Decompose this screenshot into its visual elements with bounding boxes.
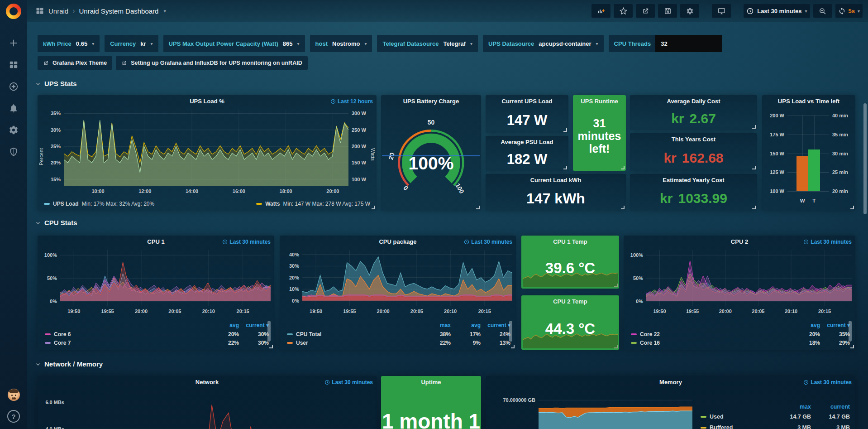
panel-title[interactable]: Current Load kWh <box>486 174 626 186</box>
legend-series-name[interactable]: Used <box>701 414 772 420</box>
link-grafana-plex-theme[interactable]: Grafana Plex Theme <box>38 56 112 70</box>
panel-title[interactable]: Average PSU Load <box>486 136 568 148</box>
legend-series-name[interactable]: Core 16 <box>631 340 790 346</box>
section-cpu-stats[interactable]: CPU Stats <box>35 219 77 227</box>
panel-title[interactable]: UPS Runtime <box>573 95 626 107</box>
legend-column[interactable]: avg <box>790 322 820 328</box>
plot-area[interactable] <box>64 110 348 186</box>
star-button[interactable] <box>614 4 633 18</box>
legend-series-name[interactable]: CPU Total <box>287 331 421 337</box>
section-network-memory[interactable]: Network / Memory <box>35 360 103 368</box>
dashboard-title[interactable]: Unraid System Dashboard <box>79 7 159 15</box>
legend-column[interactable]: max <box>421 322 451 328</box>
axis-tick: 150 W <box>770 151 784 156</box>
legend-scrollbar[interactable] <box>267 321 271 342</box>
legend-series-name[interactable]: Buffered <box>701 424 772 429</box>
axis-tick: 20:10 <box>444 308 457 314</box>
bar-T[interactable] <box>808 149 820 191</box>
legend-column[interactable]: current ▾ <box>481 322 510 328</box>
panel-title[interactable]: CPU 2 Temp <box>521 295 619 308</box>
plot-area[interactable] <box>539 390 692 429</box>
variable-kwh-price[interactable]: kWh Price0.65▾ <box>38 35 100 52</box>
plot-area[interactable] <box>67 390 373 429</box>
explore-compass-icon[interactable] <box>9 82 19 92</box>
panel-title[interactable]: Current UPS Load <box>486 95 568 107</box>
tv-mode-button[interactable] <box>712 4 731 18</box>
stat-number: 2.67 <box>689 111 715 126</box>
user-avatar[interactable] <box>8 389 20 401</box>
stat-value: 44.3 °C <box>521 308 619 350</box>
plot-area[interactable]: WT <box>787 111 829 195</box>
time-range-picker[interactable]: Last 30 minutes ▾ <box>744 4 810 18</box>
dashboards-icon[interactable] <box>9 60 19 70</box>
page-scrollbar[interactable] <box>863 103 867 214</box>
dashboard-settings-button[interactable] <box>680 4 699 18</box>
bar-W[interactable] <box>796 156 808 191</box>
variable-host[interactable]: hostNostromo▾ <box>310 35 372 52</box>
dashboard-grid-icon[interactable] <box>35 6 44 15</box>
axis-tick: 20% <box>51 160 61 165</box>
legend-value: 29% <box>820 340 850 346</box>
legend-column[interactable]: current <box>811 404 850 410</box>
legend-series-name[interactable]: UPS Load <box>53 201 79 207</box>
legend-swatch <box>256 203 262 205</box>
panel-title[interactable]: UPS Battery Charge <box>381 95 481 107</box>
legend-series-name[interactable]: Core 6 <box>45 331 209 337</box>
share-button[interactable] <box>636 4 655 18</box>
variable-ups-max-output[interactable]: UPS Max Output Power Capacity (Watt)865▾ <box>163 35 305 52</box>
refresh-picker[interactable]: 5s ▾ <box>835 4 863 18</box>
legend-column[interactable]: avg <box>451 322 481 328</box>
help-icon[interactable]: ? <box>7 410 20 423</box>
panel-title[interactable]: Estimated Yearly Cost <box>630 174 757 186</box>
chevron-down-icon[interactable]: ▾ <box>163 8 166 14</box>
panel-title[interactable]: This Years Cost <box>630 133 757 145</box>
svg-text:50: 50 <box>428 119 435 126</box>
panel-title[interactable]: UPS Load vs Time left <box>762 95 855 107</box>
configuration-gear-icon[interactable] <box>9 125 19 135</box>
legend-series-name[interactable]: User <box>287 340 421 346</box>
admin-shield-icon[interactable] <box>9 147 19 157</box>
legend-column[interactable]: current ▾ <box>239 322 269 328</box>
variable-telegraf-datasource[interactable]: Telegraf DatasourceTelegraf▾ <box>377 35 478 52</box>
zoom-out-button[interactable] <box>813 4 832 18</box>
panel-title[interactable]: UPS Load % <box>38 95 377 107</box>
plot-area[interactable] <box>646 250 852 306</box>
section-ups-stats[interactable]: UPS Stats <box>35 80 77 87</box>
axis-tick: 25 min <box>832 169 848 175</box>
legend-series-name[interactable]: Watts <box>265 201 280 207</box>
axis-tick: 19:55 <box>101 308 114 314</box>
x-axis: 19:5019:5520:0020:0520:1020:15 <box>646 306 852 315</box>
axis-tick: 300 W <box>352 111 366 116</box>
axis-tick: 200 W <box>352 144 366 149</box>
alerting-bell-icon[interactable] <box>9 103 19 113</box>
breadcrumb-folder[interactable]: Unraid <box>48 7 68 15</box>
panel-title[interactable]: Uptime <box>381 376 481 388</box>
legend-series-name[interactable]: Core 7 <box>45 340 209 346</box>
panel-title[interactable]: Average Daily Cost <box>630 95 757 107</box>
panel-cpu-1-temp: CPU 1 Temp 39.6 °C <box>521 236 619 289</box>
panel-title[interactable]: CPU 1 Temp <box>521 236 619 248</box>
legend-column[interactable]: max <box>772 404 811 410</box>
save-button[interactable] <box>658 4 677 18</box>
create-plus-icon[interactable] <box>9 38 19 48</box>
add-panel-button[interactable] <box>591 4 610 18</box>
legend-swatch <box>631 333 637 335</box>
variable-currency[interactable]: Currencykr▾ <box>105 35 158 52</box>
legend-value: 9% <box>451 340 481 346</box>
grafana-logo[interactable] <box>6 4 21 19</box>
gridline <box>787 135 829 135</box>
panel-title[interactable]: Memory <box>486 376 855 388</box>
plot-area[interactable] <box>302 250 512 306</box>
legend-column[interactable]: current ▾ <box>820 322 850 328</box>
chevron-down-icon: ▾ <box>92 41 94 46</box>
axis-tick: 0% <box>292 298 299 304</box>
variable-ups-datasource[interactable]: UPS Datasourceapcupsd-container▾ <box>483 35 603 52</box>
plot-area[interactable] <box>60 250 271 306</box>
legend-scrollbar[interactable] <box>849 321 852 342</box>
legend-column[interactable]: avg <box>209 322 239 328</box>
legend-scrollbar[interactable] <box>509 321 512 342</box>
link-ups-monitoring-guide[interactable]: Setting up Grafana and InfluxDB for UPS … <box>116 56 307 70</box>
legend-series-name[interactable]: Core 22 <box>631 331 790 337</box>
legend-value: 13% <box>481 340 510 346</box>
cpu-threads-input[interactable] <box>655 35 722 52</box>
